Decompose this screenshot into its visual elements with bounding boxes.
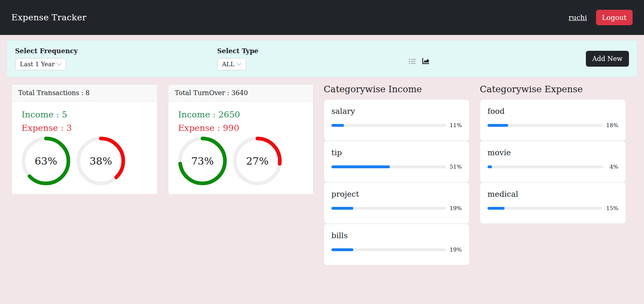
income-category-card-bills: bills 19%	[324, 224, 470, 265]
progress-bar: 15%	[487, 205, 618, 211]
frequency-label: Select Frequency	[15, 47, 217, 55]
total-transactions-column: Total Transactions : 8 Income : 5 Expens…	[11, 84, 158, 195]
expense-percent-label: 38%	[76, 137, 125, 185]
chevron-down-icon	[55, 61, 63, 68]
progress-rings: 73% 27%	[178, 137, 303, 185]
progress-percent: 15%	[606, 205, 618, 211]
progress-percent: 11%	[450, 122, 462, 128]
progress-fill	[331, 124, 344, 127]
income-category-card-project: project 19%	[324, 182, 470, 224]
income-percent-label: 73%	[178, 137, 227, 185]
income-category-card-tip: tip 51%	[324, 141, 470, 182]
progress-fill	[331, 207, 353, 210]
frequency-value: Last 1 Year	[20, 61, 54, 68]
progress-percent: 18%	[606, 122, 618, 128]
progress-track	[331, 207, 446, 210]
progress-percent: 51%	[450, 163, 462, 170]
type-filter: Select Type ALL	[217, 47, 408, 70]
progress-track	[487, 207, 603, 210]
category-label: bills	[331, 231, 462, 240]
navbar-right: ruchi Logout	[569, 10, 633, 25]
progress-track	[487, 165, 603, 168]
categorywise-expense-title: Categorywise Expense	[480, 84, 626, 94]
navbar: Expense Tracker ruchi Logout	[0, 0, 644, 35]
category-label: food	[487, 106, 618, 115]
progress-bar: 19%	[331, 205, 462, 211]
expense-progress-ring: 27%	[233, 137, 282, 185]
progress-percent: 19%	[450, 205, 462, 211]
income-progress-ring: 73%	[178, 137, 227, 185]
area-chart-view-icon[interactable]	[421, 57, 430, 65]
expense-amount: Expense : 990	[178, 123, 303, 133]
income-count: Income : 5	[22, 110, 148, 119]
type-value: ALL	[222, 61, 235, 68]
expense-percent-label: 27%	[233, 137, 282, 185]
logout-button[interactable]: Logout	[596, 10, 633, 25]
category-label: medical	[487, 189, 618, 198]
expense-progress-ring: 38%	[76, 137, 125, 185]
progress-fill	[487, 165, 492, 168]
income-amount: Income : 2650	[178, 110, 303, 119]
progress-fill	[487, 207, 505, 210]
main-content: Total Transactions : 8 Income : 5 Expens…	[0, 77, 644, 265]
progress-track	[331, 165, 446, 168]
list-view-icon[interactable]	[408, 57, 416, 65]
total-transactions-card: Total Transactions : 8 Income : 5 Expens…	[11, 84, 158, 195]
progress-track	[331, 124, 446, 127]
progress-rings: 63% 38%	[22, 137, 148, 185]
progress-fill	[331, 165, 390, 168]
categorywise-income-title: Categorywise Income	[324, 84, 470, 94]
progress-bar: 18%	[487, 122, 618, 128]
progress-bar: 11%	[331, 122, 462, 128]
categorywise-expense-column: Categorywise Expense food 18% movie 4% m…	[480, 84, 626, 224]
progress-track	[487, 124, 603, 127]
category-label: project	[331, 189, 462, 198]
card-body: Income : 2650 Expense : 990 73%	[168, 102, 313, 194]
category-label: salary	[331, 106, 462, 115]
frequency-filter: Select Frequency Last 1 Year	[15, 47, 217, 70]
card-header: Total Transactions : 8	[12, 85, 157, 102]
income-progress-ring: 63%	[22, 137, 70, 185]
income-category-card-salary: salary 11%	[324, 99, 470, 141]
card-header: Total TurnOver : 3640	[168, 85, 313, 102]
frequency-select[interactable]: Last 1 Year	[15, 58, 66, 70]
user-link[interactable]: ruchi	[569, 13, 587, 22]
type-select[interactable]: ALL	[217, 58, 246, 70]
income-percent-label: 63%	[22, 137, 70, 185]
progress-fill	[331, 248, 353, 251]
progress-percent: 4%	[607, 163, 618, 170]
category-label: movie	[487, 148, 618, 157]
app-title: Expense Tracker	[11, 13, 86, 22]
progress-percent: 19%	[450, 246, 462, 253]
filter-bar: Select Frequency Last 1 Year Select Type…	[7, 40, 637, 77]
progress-track	[331, 248, 446, 251]
view-toggle	[408, 57, 430, 65]
type-label: Select Type	[217, 47, 408, 55]
chevron-down-icon	[235, 61, 243, 68]
expense-category-card-food: food 18%	[480, 99, 626, 141]
progress-bar: 19%	[331, 246, 462, 253]
category-label: tip	[331, 148, 462, 157]
progress-fill	[487, 124, 508, 127]
total-turnover-column: Total TurnOver : 3640 Income : 2650 Expe…	[168, 84, 313, 195]
progress-bar: 51%	[331, 163, 462, 170]
expense-category-card-medical: medical 15%	[480, 182, 626, 224]
categorywise-income-column: Categorywise Income salary 11% tip 51% p…	[324, 84, 470, 265]
progress-bar: 4%	[487, 163, 618, 170]
add-new-button[interactable]: Add New	[586, 51, 629, 67]
expense-count: Expense : 3	[22, 123, 148, 133]
expense-category-card-movie: movie 4%	[480, 141, 626, 182]
card-body: Income : 5 Expense : 3 63%	[12, 102, 157, 194]
total-turnover-card: Total TurnOver : 3640 Income : 2650 Expe…	[168, 84, 313, 195]
